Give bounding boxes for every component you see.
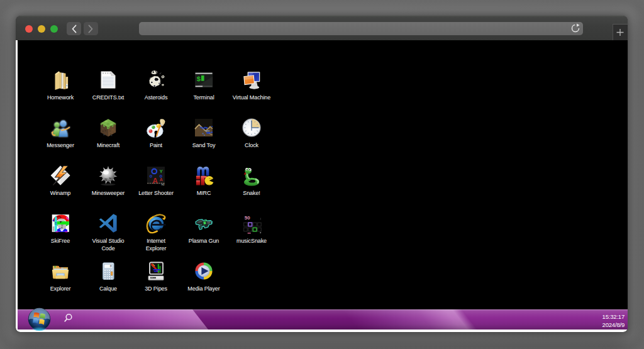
svg-text:Y: Y <box>160 169 164 174</box>
svg-text:θ: θ <box>110 264 112 268</box>
svg-text:A: A <box>152 177 158 186</box>
svg-text:$: $ <box>197 75 201 83</box>
svg-text:50: 50 <box>245 215 250 221</box>
svg-text:HD: HD <box>162 184 165 186</box>
svg-text:A: A <box>160 177 163 182</box>
